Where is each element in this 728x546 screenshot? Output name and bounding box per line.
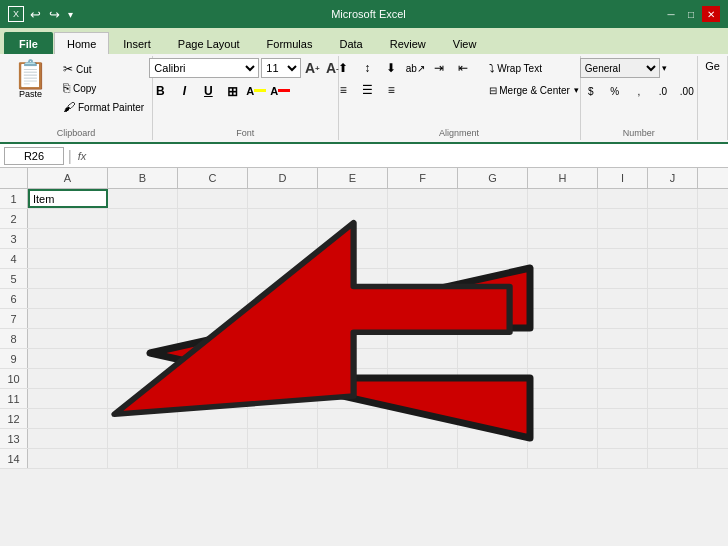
border-button[interactable]: ⊞ bbox=[221, 81, 243, 101]
col-header-g[interactable]: G bbox=[458, 168, 528, 188]
number-format-select[interactable]: General bbox=[580, 58, 660, 78]
row-num-10[interactable]: 10 bbox=[0, 369, 28, 388]
cell-c1[interactable] bbox=[178, 189, 248, 208]
number-format-row: General ▾ bbox=[580, 58, 667, 78]
row-num-7[interactable]: 7 bbox=[0, 309, 28, 328]
col-header-c[interactable]: C bbox=[178, 168, 248, 188]
clipboard-label: Clipboard bbox=[0, 128, 152, 138]
tab-formulas[interactable]: Formulas bbox=[254, 32, 326, 54]
indent-increase-button[interactable]: ⇥ bbox=[428, 58, 450, 78]
tab-data[interactable]: Data bbox=[326, 32, 375, 54]
align-left-button[interactable]: ≡ bbox=[332, 80, 354, 100]
row-num-9[interactable]: 9 bbox=[0, 349, 28, 368]
col-header-a[interactable]: A bbox=[28, 168, 108, 188]
tab-review[interactable]: Review bbox=[377, 32, 439, 54]
merge-dropdown-icon[interactable]: ▾ bbox=[574, 85, 579, 95]
cell-i1[interactable] bbox=[598, 189, 648, 208]
font-row1: Calibri 11 A+ A- bbox=[149, 58, 341, 78]
cell-a2[interactable] bbox=[28, 209, 108, 228]
tab-home[interactable]: Home bbox=[54, 32, 109, 54]
align-right-button[interactable]: ≡ bbox=[380, 80, 402, 100]
cell-b1[interactable] bbox=[108, 189, 178, 208]
font-group: Calibri 11 A+ A- B I U ⊞ A A Font bbox=[153, 56, 338, 140]
row-num-13[interactable]: 13 bbox=[0, 429, 28, 448]
maximize-btn[interactable]: □ bbox=[682, 6, 700, 22]
col-header-d[interactable]: D bbox=[248, 168, 318, 188]
redo-btn[interactable]: ↪ bbox=[47, 7, 62, 22]
indent-decrease-button[interactable]: ⇤ bbox=[452, 58, 474, 78]
font-grow-button[interactable]: A+ bbox=[303, 59, 321, 77]
currency-button[interactable]: $ bbox=[580, 81, 602, 101]
wrap-text-label: Wrap Text bbox=[497, 63, 542, 74]
cell-a1[interactable]: Item bbox=[28, 189, 108, 208]
align-center-button[interactable]: ☰ bbox=[356, 80, 378, 100]
undo-btn[interactable]: ↩ bbox=[28, 7, 43, 22]
italic-button[interactable]: I bbox=[173, 81, 195, 101]
table-row: 14 bbox=[0, 449, 728, 469]
minimize-btn[interactable]: ─ bbox=[662, 6, 680, 22]
font-label: Font bbox=[153, 128, 337, 138]
format-painter-button[interactable]: 🖌 Format Painter bbox=[59, 98, 148, 116]
cell-d1[interactable] bbox=[248, 189, 318, 208]
underline-button[interactable]: U bbox=[197, 81, 219, 101]
font-content: Calibri 11 A+ A- B I U ⊞ A A bbox=[149, 58, 341, 138]
close-btn[interactable]: ✕ bbox=[702, 6, 720, 22]
cell-e1[interactable] bbox=[318, 189, 388, 208]
alignment-content: ⬆ ↕ ⬇ ab↗ ⇥ ⇤ ≡ ☰ ≡ ⤵ Wrap Text bbox=[332, 58, 586, 138]
paste-icon: 📋 bbox=[13, 61, 48, 89]
tab-page-layout[interactable]: Page Layout bbox=[165, 32, 253, 54]
fill-color-button[interactable]: A bbox=[245, 81, 267, 101]
cut-button[interactable]: ✂ Cut bbox=[59, 60, 148, 78]
col-header-h[interactable]: H bbox=[528, 168, 598, 188]
tab-view[interactable]: View bbox=[440, 32, 490, 54]
paste-button[interactable]: 📋 Paste bbox=[4, 58, 57, 102]
row-num-5[interactable]: 5 bbox=[0, 269, 28, 288]
cell-f1[interactable] bbox=[388, 189, 458, 208]
text-angle-button[interactable]: ab↗ bbox=[404, 58, 426, 78]
tab-file[interactable]: File bbox=[4, 32, 53, 54]
cut-label: Cut bbox=[76, 64, 92, 75]
customize-btn[interactable]: ▾ bbox=[66, 9, 75, 20]
align-middle-button[interactable]: ↕ bbox=[356, 58, 378, 78]
row-num-1[interactable]: 1 bbox=[0, 189, 28, 208]
spreadsheet-container: A B C D E F G H I J 1 Item bbox=[0, 168, 728, 546]
col-header-f[interactable]: F bbox=[388, 168, 458, 188]
tab-insert[interactable]: Insert bbox=[110, 32, 164, 54]
merge-center-button[interactable]: ⊟ Merge & Center ▾ bbox=[482, 80, 586, 100]
row-num-2[interactable]: 2 bbox=[0, 209, 28, 228]
col-header-j[interactable]: J bbox=[648, 168, 698, 188]
formula-bar: | fx bbox=[0, 144, 728, 168]
font-color-button[interactable]: A bbox=[269, 81, 291, 101]
bold-button[interactable]: B bbox=[149, 81, 171, 101]
col-header-i[interactable]: I bbox=[598, 168, 648, 188]
number-format-dropdown-icon[interactable]: ▾ bbox=[662, 63, 667, 73]
decimal-increase-button[interactable]: .0 bbox=[652, 81, 674, 101]
row-num-14[interactable]: 14 bbox=[0, 449, 28, 468]
row-num-12[interactable]: 12 bbox=[0, 409, 28, 428]
align-top-button[interactable]: ⬆ bbox=[332, 58, 354, 78]
row-num-6[interactable]: 6 bbox=[0, 289, 28, 308]
wrap-text-button[interactable]: ⤵ Wrap Text bbox=[482, 58, 586, 78]
font-family-select[interactable]: Calibri bbox=[149, 58, 259, 78]
number-label: Number bbox=[581, 128, 697, 138]
font-size-select[interactable]: 11 bbox=[261, 58, 301, 78]
copy-label: Copy bbox=[73, 83, 96, 94]
row-num-8[interactable]: 8 bbox=[0, 329, 28, 348]
copy-button[interactable]: ⎘ Copy bbox=[59, 79, 148, 97]
cell-h1[interactable] bbox=[528, 189, 598, 208]
cell-j1[interactable] bbox=[648, 189, 698, 208]
fx-label: fx bbox=[78, 150, 87, 162]
align-bottom-button[interactable]: ⬇ bbox=[380, 58, 402, 78]
row-num-3[interactable]: 3 bbox=[0, 229, 28, 248]
col-header-e[interactable]: E bbox=[318, 168, 388, 188]
col-header-b[interactable]: B bbox=[108, 168, 178, 188]
cut-icon: ✂ bbox=[63, 62, 73, 76]
row-num-11[interactable]: 11 bbox=[0, 389, 28, 408]
percent-button[interactable]: % bbox=[604, 81, 626, 101]
name-box[interactable] bbox=[4, 147, 64, 165]
comma-button[interactable]: , bbox=[628, 81, 650, 101]
formula-input[interactable] bbox=[92, 147, 724, 165]
decimal-decrease-button[interactable]: .00 bbox=[676, 81, 698, 101]
row-num-4[interactable]: 4 bbox=[0, 249, 28, 268]
cell-g1[interactable] bbox=[458, 189, 528, 208]
